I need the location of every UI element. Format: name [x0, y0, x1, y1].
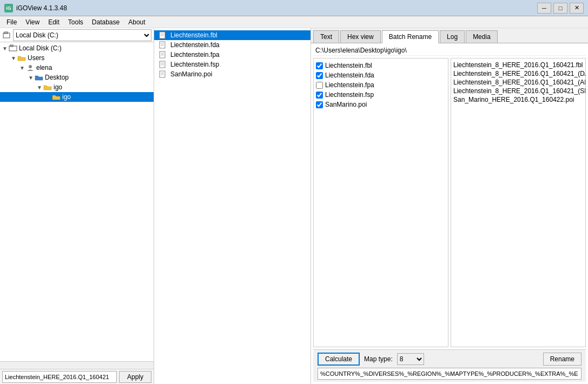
pattern-row [318, 368, 582, 380]
check-label-poi: SanMarino.poi [325, 101, 367, 108]
file-label-fda: Liechtenstein.fda [170, 41, 220, 49]
menu-about[interactable]: About [124, 17, 149, 27]
expand-icon-elena: ▼ [19, 65, 26, 71]
file-item-fbl[interactable]: Liechtenstein.fbl [154, 30, 310, 40]
file-tree[interactable]: ▼ Local Disk (C:) ▼ Users ▼ [0, 42, 154, 361]
left-panel: Local Disk (C:) ▼ Local Disk (C:) ▼ [0, 28, 154, 384]
file-item-poi[interactable]: SanMarino.poi [154, 69, 310, 79]
tree-label-igo2: igo [62, 93, 71, 101]
check-item-fbl: Liechtenstein.fbl [316, 61, 446, 70]
file-label-fpa: Liechtenstein.fpa [170, 51, 220, 58]
tree-label-local-disk: Local Disk (C:) [19, 44, 62, 52]
checkbox-fpa[interactable] [316, 82, 323, 89]
check-item-fpa: Liechtenstein.fpa [316, 80, 446, 90]
check-item-fsp: Liechtenstein.fsp [316, 90, 446, 100]
right-inner: Liechtenstein.fbl Liechtenstein.fda Liec… [313, 56, 586, 349]
checkbox-fda[interactable] [316, 72, 323, 79]
output-item-3: Liechtenstein_8_HERE_2016.Q1_160421_(AP)… [453, 78, 583, 87]
expand-icon-users: ▼ [11, 55, 17, 61]
user-icon-elena [26, 64, 35, 71]
app-title: iGOView 4.1.3.48 [16, 4, 67, 12]
file-list[interactable]: Liechtenstein.fbl Liechtenstein.fda [154, 28, 310, 384]
tree-scrollbar[interactable] [0, 361, 154, 369]
calculate-button[interactable]: Calculate [318, 353, 360, 366]
check-item-fda: Liechtenstein.fda [316, 70, 446, 80]
apply-button[interactable]: Apply [119, 371, 151, 383]
file-label-fsp: Liechtenstein.fsp [170, 61, 219, 68]
tab-hex-view[interactable]: Hex view [340, 30, 381, 43]
file-icon-fbl [158, 31, 167, 39]
right-panel: Text Hex view Batch Rename Log Media C:\… [311, 28, 588, 384]
title-bar: iG iGOView 4.1.3.48 ─ □ ✕ [0, 0, 588, 16]
tree-label-igo1: igo [54, 83, 62, 91]
tab-text[interactable]: Text [313, 30, 339, 43]
map-type-label: Map type: [364, 355, 393, 363]
checkbox-fbl[interactable] [316, 62, 323, 69]
output-panel: Liechtenstein_8_HERE_2016.Q1_160421.fbl … [451, 58, 586, 347]
tab-bar: Text Hex view Batch Rename Log Media [311, 28, 588, 43]
file-label-poi: SanMarino.poi [170, 70, 212, 78]
check-label-fbl: Liechtenstein.fbl [325, 62, 372, 69]
close-button[interactable]: ✕ [570, 3, 584, 14]
folder-icon-igo2 [52, 93, 61, 101]
folder-icon-users [17, 54, 26, 62]
file-icon-fsp [158, 61, 167, 68]
rename-button[interactable]: Rename [543, 353, 582, 366]
file-icon-fda [158, 41, 167, 49]
folder-icon-igo1 [43, 83, 52, 91]
file-item-fsp[interactable]: Liechtenstein.fsp [154, 60, 310, 69]
expand-icon: ▼ [2, 45, 9, 51]
filename-bar: Apply [0, 369, 154, 384]
output-item-2: Liechtenstein_8_HERE_2016.Q1_160421_(DA)… [453, 69, 583, 78]
drive-dropdown-container: Local Disk (C:) [0, 28, 154, 42]
svg-rect-5 [160, 32, 165, 38]
tab-batch-rename[interactable]: Batch Rename [382, 30, 439, 43]
svg-rect-17 [160, 61, 165, 68]
menu-edit[interactable]: Edit [44, 17, 64, 27]
pattern-input[interactable] [318, 368, 582, 380]
check-label-fsp: Liechtenstein.fsp [325, 91, 374, 99]
filename-input[interactable] [2, 371, 117, 383]
tree-item-users[interactable]: ▼ Users [0, 53, 154, 63]
drive-icon [2, 31, 11, 40]
middle-panel: Liechtenstein.fbl Liechtenstein.fda [154, 28, 311, 384]
file-item-fda[interactable]: Liechtenstein.fda [154, 40, 310, 50]
window-controls: ─ □ ✕ [537, 3, 584, 14]
check-item-poi: SanMarino.poi [316, 100, 446, 109]
path-display: C:\Users\elena\Desktop\igo\igo\ [313, 45, 586, 56]
tree-item-local-disk[interactable]: ▼ Local Disk (C:) [0, 43, 154, 53]
checkbox-poi[interactable] [316, 101, 323, 108]
output-item-5: San_Marino_HERE_2016.Q1_160422.poi [453, 95, 583, 104]
tree-item-desktop[interactable]: ▼ Desktop [0, 73, 154, 82]
expand-icon-desktop: ▼ [28, 75, 35, 81]
svg-rect-21 [160, 71, 165, 77]
output-item-4: Liechtenstein_8_HERE_2016.Q1_160421_(SP)… [453, 87, 583, 95]
bottom-toolbar: Calculate Map type: 8 1 2 4 Rename [313, 349, 586, 382]
tree-item-igo2[interactable]: igo [0, 92, 154, 102]
tab-media[interactable]: Media [466, 30, 498, 43]
checklist-panel: Liechtenstein.fbl Liechtenstein.fda Liec… [313, 58, 448, 347]
file-icon-fpa [158, 51, 167, 58]
svg-rect-13 [160, 51, 165, 58]
file-item-fpa[interactable]: Liechtenstein.fpa [154, 50, 310, 60]
menu-file[interactable]: File [2, 17, 21, 27]
tree-label-users: Users [28, 54, 44, 62]
tab-log[interactable]: Log [440, 30, 465, 43]
file-label-fbl: Liechtenstein.fbl [170, 31, 217, 39]
minimize-button[interactable]: ─ [537, 3, 551, 14]
check-label-fda: Liechtenstein.fda [325, 71, 374, 79]
tree-item-igo1[interactable]: ▼ igo [0, 82, 154, 92]
drive-tree-icon [9, 44, 17, 52]
checkbox-fsp[interactable] [316, 92, 323, 99]
menu-bar: File View Edit Tools Database About [0, 16, 588, 28]
drive-select[interactable]: Local Disk (C:) [13, 29, 151, 41]
tree-item-elena[interactable]: ▼ elena [0, 63, 154, 73]
svg-point-4 [29, 65, 32, 68]
maximize-button[interactable]: □ [553, 3, 567, 14]
output-item-1: Liechtenstein_8_HERE_2016.Q1_160421.fbl [453, 61, 583, 69]
menu-database[interactable]: Database [88, 17, 124, 27]
menu-tools[interactable]: Tools [64, 17, 88, 27]
check-label-fpa: Liechtenstein.fpa [325, 81, 374, 89]
map-type-select[interactable]: 8 1 2 4 [397, 353, 424, 365]
menu-view[interactable]: View [21, 17, 44, 27]
